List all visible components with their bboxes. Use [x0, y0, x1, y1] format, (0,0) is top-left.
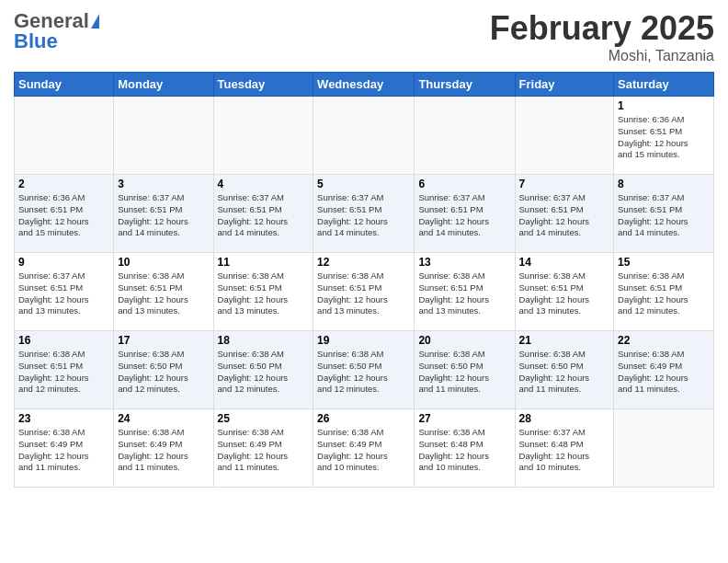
day-number: 18 — [218, 334, 310, 347]
day-info: Sunrise: 6:36 AM Sunset: 6:51 PM Dayligh… — [618, 114, 710, 161]
calendar-cell — [614, 409, 714, 488]
day-info: Sunrise: 6:38 AM Sunset: 6:49 PM Dayligh… — [218, 427, 310, 474]
day-number: 16 — [18, 334, 109, 347]
day-info: Sunrise: 6:37 AM Sunset: 6:51 PM Dayligh… — [18, 270, 109, 317]
day-info: Sunrise: 6:38 AM Sunset: 6:49 PM Dayligh… — [118, 427, 209, 474]
day-info: Sunrise: 6:38 AM Sunset: 6:49 PM Dayligh… — [18, 427, 109, 474]
calendar-cell: 3Sunrise: 6:37 AM Sunset: 6:51 PM Daylig… — [114, 175, 213, 253]
day-info: Sunrise: 6:38 AM Sunset: 6:51 PM Dayligh… — [618, 270, 710, 317]
calendar-cell: 8Sunrise: 6:37 AM Sunset: 6:51 PM Daylig… — [614, 175, 714, 253]
day-number: 12 — [317, 256, 410, 269]
calendar-table: SundayMondayTuesdayWednesdayThursdayFrid… — [14, 72, 714, 488]
location: Moshi, Tanzania — [490, 48, 714, 64]
day-number: 9 — [18, 256, 109, 269]
day-info: Sunrise: 6:38 AM Sunset: 6:50 PM Dayligh… — [218, 349, 310, 396]
month-title: February 2025 — [490, 9, 714, 48]
day-number: 10 — [118, 256, 209, 269]
day-info: Sunrise: 6:38 AM Sunset: 6:51 PM Dayligh… — [317, 270, 410, 317]
day-info: Sunrise: 6:37 AM Sunset: 6:48 PM Dayligh… — [519, 427, 610, 474]
day-number: 23 — [18, 412, 109, 425]
day-number: 2 — [18, 178, 109, 190]
calendar-cell: 19Sunrise: 6:38 AM Sunset: 6:50 PM Dayli… — [313, 331, 415, 409]
week-row: 23Sunrise: 6:38 AM Sunset: 6:49 PM Dayli… — [15, 409, 714, 488]
week-row: 16Sunrise: 6:38 AM Sunset: 6:51 PM Dayli… — [15, 331, 714, 409]
calendar-cell: 28Sunrise: 6:37 AM Sunset: 6:48 PM Dayli… — [515, 409, 614, 488]
day-info: Sunrise: 6:38 AM Sunset: 6:49 PM Dayligh… — [618, 349, 710, 396]
day-info: Sunrise: 6:37 AM Sunset: 6:51 PM Dayligh… — [218, 192, 310, 239]
calendar-cell: 21Sunrise: 6:38 AM Sunset: 6:50 PM Dayli… — [515, 331, 614, 409]
calendar-cell: 9Sunrise: 6:37 AM Sunset: 6:51 PM Daylig… — [15, 253, 114, 331]
day-number: 3 — [118, 178, 209, 190]
calendar-cell: 27Sunrise: 6:38 AM Sunset: 6:48 PM Dayli… — [415, 409, 515, 488]
day-number: 5 — [317, 178, 410, 190]
calendar-cell: 4Sunrise: 6:37 AM Sunset: 6:51 PM Daylig… — [213, 175, 313, 253]
week-row: 9Sunrise: 6:37 AM Sunset: 6:51 PM Daylig… — [15, 253, 714, 331]
calendar-cell: 2Sunrise: 6:36 AM Sunset: 6:51 PM Daylig… — [15, 175, 114, 253]
calendar-cell: 25Sunrise: 6:38 AM Sunset: 6:49 PM Dayli… — [213, 409, 313, 488]
day-info: Sunrise: 6:36 AM Sunset: 6:51 PM Dayligh… — [18, 192, 109, 239]
col-header-tuesday: Tuesday — [213, 73, 313, 97]
calendar-cell: 13Sunrise: 6:38 AM Sunset: 6:51 PM Dayli… — [415, 253, 515, 331]
day-info: Sunrise: 6:38 AM Sunset: 6:51 PM Dayligh… — [519, 270, 610, 317]
calendar-cell: 14Sunrise: 6:38 AM Sunset: 6:51 PM Dayli… — [515, 253, 614, 331]
day-info: Sunrise: 6:37 AM Sunset: 6:51 PM Dayligh… — [618, 192, 710, 239]
day-number: 21 — [519, 334, 610, 347]
calendar-cell — [515, 97, 614, 175]
day-info: Sunrise: 6:38 AM Sunset: 6:50 PM Dayligh… — [418, 349, 510, 396]
calendar-cell: 12Sunrise: 6:38 AM Sunset: 6:51 PM Dayli… — [313, 253, 415, 331]
day-info: Sunrise: 6:38 AM Sunset: 6:50 PM Dayligh… — [317, 349, 410, 396]
day-number: 22 — [618, 334, 710, 347]
day-number: 20 — [418, 334, 510, 347]
calendar-cell — [213, 97, 313, 175]
calendar-cell: 17Sunrise: 6:38 AM Sunset: 6:50 PM Dayli… — [114, 331, 213, 409]
col-header-wednesday: Wednesday — [313, 73, 415, 97]
page: General Blue February 2025 Moshi, Tanzan… — [0, 0, 728, 563]
calendar-cell: 11Sunrise: 6:38 AM Sunset: 6:51 PM Dayli… — [213, 253, 313, 331]
day-info: Sunrise: 6:38 AM Sunset: 6:51 PM Dayligh… — [118, 270, 209, 317]
logo: General Blue — [14, 9, 99, 53]
calendar-cell: 18Sunrise: 6:38 AM Sunset: 6:50 PM Dayli… — [213, 331, 313, 409]
day-info: Sunrise: 6:38 AM Sunset: 6:51 PM Dayligh… — [18, 349, 109, 396]
calendar-cell — [15, 97, 114, 175]
day-info: Sunrise: 6:38 AM Sunset: 6:49 PM Dayligh… — [317, 427, 410, 474]
calendar-cell: 26Sunrise: 6:38 AM Sunset: 6:49 PM Dayli… — [313, 409, 415, 488]
day-number: 14 — [519, 256, 610, 269]
calendar-cell: 16Sunrise: 6:38 AM Sunset: 6:51 PM Dayli… — [15, 331, 114, 409]
day-number: 11 — [218, 256, 310, 269]
calendar-cell — [313, 97, 415, 175]
week-row: 2Sunrise: 6:36 AM Sunset: 6:51 PM Daylig… — [15, 175, 714, 253]
calendar-cell — [114, 97, 213, 175]
calendar-cell: 1Sunrise: 6:36 AM Sunset: 6:51 PM Daylig… — [614, 97, 714, 175]
day-number: 1 — [618, 99, 710, 112]
day-info: Sunrise: 6:37 AM Sunset: 6:51 PM Dayligh… — [317, 192, 410, 239]
calendar-cell: 10Sunrise: 6:38 AM Sunset: 6:51 PM Dayli… — [114, 253, 213, 331]
header-row: SundayMondayTuesdayWednesdayThursdayFrid… — [15, 73, 714, 97]
day-number: 17 — [118, 334, 209, 347]
day-number: 25 — [218, 412, 310, 425]
day-number: 13 — [418, 256, 510, 269]
calendar-cell: 23Sunrise: 6:38 AM Sunset: 6:49 PM Dayli… — [15, 409, 114, 488]
day-number: 15 — [618, 256, 710, 269]
title-area: February 2025 Moshi, Tanzania — [490, 9, 714, 64]
day-info: Sunrise: 6:38 AM Sunset: 6:50 PM Dayligh… — [118, 349, 209, 396]
col-header-monday: Monday — [114, 73, 213, 97]
day-info: Sunrise: 6:38 AM Sunset: 6:48 PM Dayligh… — [418, 427, 510, 474]
calendar-cell: 24Sunrise: 6:38 AM Sunset: 6:49 PM Dayli… — [114, 409, 213, 488]
day-number: 7 — [519, 178, 610, 190]
day-info: Sunrise: 6:38 AM Sunset: 6:50 PM Dayligh… — [519, 349, 610, 396]
day-info: Sunrise: 6:38 AM Sunset: 6:51 PM Dayligh… — [418, 270, 510, 317]
calendar-cell: 7Sunrise: 6:37 AM Sunset: 6:51 PM Daylig… — [515, 175, 614, 253]
day-number: 27 — [418, 412, 510, 425]
col-header-saturday: Saturday — [614, 73, 714, 97]
calendar-cell: 20Sunrise: 6:38 AM Sunset: 6:50 PM Dayli… — [415, 331, 515, 409]
col-header-sunday: Sunday — [15, 73, 114, 97]
logo-triangle-icon — [91, 14, 99, 29]
col-header-friday: Friday — [515, 73, 614, 97]
day-number: 6 — [418, 178, 510, 190]
day-number: 28 — [519, 412, 610, 425]
day-number: 24 — [118, 412, 209, 425]
calendar-cell: 22Sunrise: 6:38 AM Sunset: 6:49 PM Dayli… — [614, 331, 714, 409]
day-info: Sunrise: 6:37 AM Sunset: 6:51 PM Dayligh… — [519, 192, 610, 239]
header: General Blue February 2025 Moshi, Tanzan… — [14, 9, 714, 64]
week-row: 1Sunrise: 6:36 AM Sunset: 6:51 PM Daylig… — [15, 97, 714, 175]
